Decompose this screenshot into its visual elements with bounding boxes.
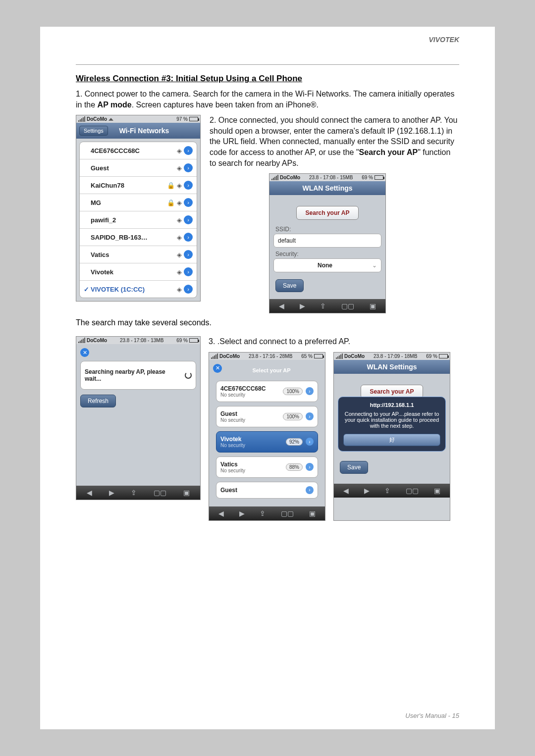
detail-arrow-icon[interactable]: › <box>184 198 193 207</box>
detail-arrow-icon[interactable]: › <box>184 233 193 242</box>
forward-icon[interactable]: ▶ <box>239 509 245 517</box>
search-caption: The search may take several seconds. <box>76 318 459 327</box>
select-ap-screenshot: DoCoMo 23.8 - 17:16 - 28MB 65 % ✕Select … <box>209 352 325 521</box>
battery-pct: 69 % <box>176 338 188 343</box>
status-center: 23.8 - 17:08 - 15MB <box>309 175 353 180</box>
page-footer: User's Manual - 15 <box>405 712 459 719</box>
ap-list: 4CE676CCC68CNo security100%›GuestNo secu… <box>213 381 321 499</box>
ap-row[interactable]: Guest› <box>216 482 318 499</box>
carrier: DoCoMo <box>344 353 365 359</box>
save-button[interactable]: Save <box>340 461 368 474</box>
detail-arrow-icon[interactable]: › <box>184 181 193 190</box>
wifi-row[interactable]: MG🔒◈› <box>80 194 197 211</box>
detail-arrow-icon[interactable]: › <box>184 163 193 172</box>
text: . Screen captures have been taken from a… <box>132 101 319 109</box>
browser-toolbar: ◀▶⇪▢▢▣ <box>334 484 450 498</box>
brand-label: VIVOTEK <box>429 36 459 44</box>
go-arrow-icon[interactable]: › <box>306 387 314 395</box>
forward-icon[interactable]: ▶ <box>109 489 114 497</box>
refresh-button[interactable]: Refresh <box>80 395 116 407</box>
wifi-icon: ◈ <box>177 251 182 258</box>
wifi-icon: ◈ <box>177 216 182 224</box>
navbar: WLAN Settings <box>334 360 450 374</box>
forward-icon[interactable]: ▶ <box>300 302 305 310</box>
go-arrow-icon[interactable]: › <box>306 486 314 494</box>
forward-icon[interactable]: ▶ <box>364 487 370 495</box>
section-title: Wireless Connection #3: Initial Setup Us… <box>76 74 459 84</box>
tabs-icon[interactable]: ▣ <box>370 302 376 310</box>
lock-icon: 🔒 <box>167 199 175 206</box>
security-value: None <box>278 262 372 269</box>
ssid-label: SSID: <box>275 226 379 233</box>
bookmarks-icon[interactable]: ▢▢ <box>281 509 294 517</box>
signal-icon <box>336 353 343 359</box>
back-icon[interactable]: ◀ <box>218 509 224 517</box>
save-button[interactable]: Save <box>275 279 304 292</box>
go-arrow-icon[interactable]: › <box>306 438 314 446</box>
back-icon[interactable]: ◀ <box>279 302 284 310</box>
share-icon[interactable]: ⇪ <box>131 489 137 497</box>
signal-icon <box>78 338 85 343</box>
status-bar: DoCoMo 97 % <box>76 115 200 123</box>
searching-screenshot: DoCoMo 23.8 - 17:08 - 13MB 69 % ✕ Search… <box>76 336 201 500</box>
wifi-row[interactable]: 4CE676CCC68C◈› <box>80 142 197 159</box>
search-your-ap-button[interactable]: Search your AP <box>296 206 359 220</box>
share-icon[interactable]: ⇪ <box>260 509 266 517</box>
navbar-title: WLAN Settings <box>272 184 382 192</box>
signal-icon <box>211 353 218 359</box>
wifi-row[interactable]: ✓VIVOTEK (1C:CC)◈› <box>80 281 197 298</box>
back-icon[interactable]: ◀ <box>343 487 349 495</box>
detail-arrow-icon[interactable]: › <box>184 250 193 259</box>
carrier: DoCoMo <box>219 353 240 359</box>
status-bar: DoCoMo 23.8 - 17:08 - 13MB 69 % <box>76 337 200 344</box>
wifi-row[interactable]: SAPIDO_RB-163…◈› <box>80 229 197 246</box>
wifi-icon: ◈ <box>177 182 182 189</box>
settings-back-button[interactable]: Settings <box>79 126 108 136</box>
status-bar: DoCoMo 23.8 - 17:09 - 18MB 69 % <box>334 353 450 360</box>
battery-icon <box>189 338 198 343</box>
popup-title: http://192.168.1.1 <box>343 402 440 408</box>
detail-arrow-icon[interactable]: › <box>184 267 193 276</box>
ap-row[interactable]: VaticsNo security88%› <box>216 456 318 478</box>
security-field[interactable]: None⌄ <box>273 258 381 272</box>
bookmarks-icon[interactable]: ▢▢ <box>154 489 166 497</box>
ap-row[interactable]: 4CE676CCC68CNo security100%› <box>216 381 318 402</box>
popup-ok-button[interactable]: 好 <box>343 434 440 446</box>
tabs-icon[interactable]: ▣ <box>183 489 190 497</box>
tabs-icon[interactable]: ▣ <box>434 487 440 495</box>
browser-toolbar: ◀▶⇪▢▢▣ <box>269 299 385 313</box>
ssid-value: default <box>278 237 377 244</box>
text: Searching nearby AP, please wait... <box>85 368 182 382</box>
back-icon[interactable]: ◀ <box>87 489 92 497</box>
wifi-networks-screenshot: DoCoMo 97 % Settings Wi-Fi Networks 4CE6… <box>76 115 201 302</box>
ssid-field[interactable]: default <box>273 234 381 248</box>
wifi-row[interactable]: Vatics◈› <box>80 246 197 263</box>
detail-arrow-icon[interactable]: › <box>184 285 193 294</box>
share-icon[interactable]: ⇪ <box>384 487 390 495</box>
close-icon[interactable]: ✕ <box>80 348 89 357</box>
wifi-row[interactable]: Guest◈› <box>80 159 197 177</box>
bookmarks-icon[interactable]: ▢▢ <box>406 487 419 495</box>
signal-icon <box>78 116 85 122</box>
bookmarks-icon[interactable]: ▢▢ <box>341 302 354 310</box>
close-icon[interactable]: ✕ <box>213 364 222 373</box>
battery-icon <box>189 117 198 121</box>
wifi-row[interactable]: Vivotek◈› <box>80 263 197 281</box>
go-arrow-icon[interactable]: › <box>306 463 314 471</box>
navbar: WLAN Settings <box>269 181 385 195</box>
detail-arrow-icon[interactable]: › <box>184 146 193 155</box>
go-arrow-icon[interactable]: › <box>306 412 314 420</box>
share-icon[interactable]: ⇪ <box>320 302 326 310</box>
wifi-icon: ◈ <box>177 286 182 293</box>
ap-row[interactable]: GuestNo security100%› <box>216 406 318 427</box>
battery-icon <box>374 175 383 180</box>
detail-arrow-icon[interactable]: › <box>184 215 193 224</box>
wifi-icon: ◈ <box>177 199 182 206</box>
tabs-icon[interactable]: ▣ <box>309 509 316 517</box>
wifi-row[interactable]: pawifi_2◈› <box>80 211 197 229</box>
ap-row[interactable]: VivotekNo security92%› <box>216 431 318 453</box>
status-center: 23.8 - 17:09 - 18MB <box>374 353 417 359</box>
battery-pct: 97 % <box>176 116 188 122</box>
wifi-row[interactable]: KaiChun78🔒◈› <box>80 177 197 194</box>
alert-popup: http://192.168.1.1 Connecting to your AP… <box>338 397 446 452</box>
